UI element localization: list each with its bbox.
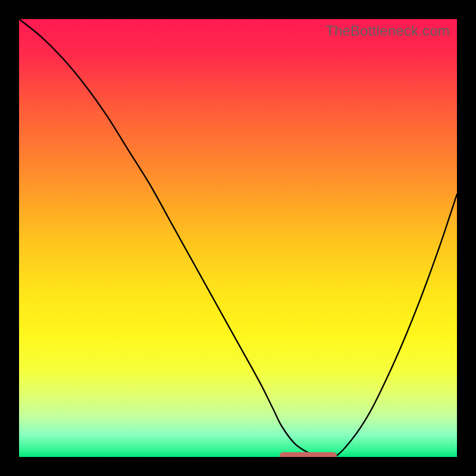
bottleneck-curve (19, 19, 457, 457)
watermark-text: TheBottleneck.com (325, 23, 450, 39)
chart-frame: TheBottleneck.com (0, 0, 476, 476)
plot-area: TheBottleneck.com (19, 19, 457, 457)
flat-minimum-marker (280, 452, 337, 457)
